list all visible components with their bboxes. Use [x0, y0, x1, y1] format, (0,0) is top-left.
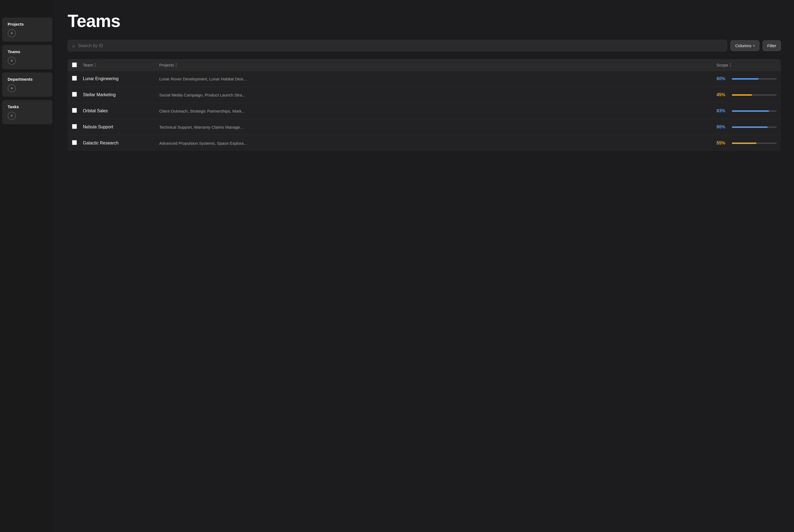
sidebar-add-projects-button[interactable]: + [7, 29, 16, 37]
cell-team-name: Nebula Support [83, 125, 159, 130]
scope-bar-bg [732, 94, 777, 96]
table-row[interactable]: Lunar Engineering Lunar Rover Developmen… [68, 71, 781, 87]
row-checkbox-1[interactable] [72, 76, 77, 81]
filter-label: Filter [767, 43, 776, 48]
scope-sort-icons[interactable]: ▴ ▾ [730, 63, 731, 67]
sidebar-add-teams-button[interactable]: + [7, 57, 16, 65]
scope-bar-fill [732, 78, 759, 80]
search-input[interactable] [78, 43, 723, 48]
table-row[interactable]: Nebula Support Technical Support, Warran… [68, 119, 781, 135]
sidebar: Projects + Teams + Departments + Tasks + [0, 0, 55, 532]
row-checkbox-2[interactable] [72, 92, 77, 97]
scope-percent: 80% [717, 125, 728, 130]
scope-bar-bg [732, 127, 777, 128]
header-checkbox-cell [72, 62, 83, 67]
main-content: Teams ⌕ Columns ▾ Filter Team ▴ ▾ [55, 0, 794, 532]
search-icon: ⌕ [72, 43, 75, 49]
scope-percent: 83% [717, 109, 728, 113]
sort-asc-icon: ▴ [176, 63, 177, 65]
scope-percent: 45% [717, 92, 728, 97]
scope-bar-fill [732, 110, 769, 112]
cell-projects: Lunar Rover Development, Lunar Habitat D… [159, 77, 717, 81]
sidebar-add-tasks-button[interactable]: + [7, 112, 16, 120]
columns-button[interactable]: Columns ▾ [731, 40, 759, 51]
table-header: Team ▴ ▾ Projects ▴ ▾ Scope ▴ ▾ [68, 59, 781, 71]
cell-team-name: Galactic Research [83, 140, 159, 146]
scope-percent: 55% [717, 140, 728, 146]
table-row[interactable]: Orbital Sales Client Outreach, Strategic… [68, 103, 781, 119]
cell-projects: Technical Support, Warranty Claims Manag… [159, 125, 717, 130]
projects-sort-icons[interactable]: ▴ ▾ [176, 63, 177, 67]
cell-projects: Social Media Campaign, Product Launch St… [159, 93, 717, 97]
sidebar-section-label-teams: Teams [7, 49, 47, 54]
th-projects[interactable]: Projects ▴ ▾ [159, 63, 717, 67]
sidebar-section-departments[interactable]: Departments + [2, 73, 52, 97]
row-checkbox-3[interactable] [72, 108, 77, 113]
row-checkbox-cell [72, 76, 83, 82]
sidebar-section-label-departments: Departments [7, 77, 47, 81]
team-sort-icons[interactable]: ▴ ▾ [95, 63, 96, 67]
sort-desc-icon: ▾ [176, 65, 177, 67]
sidebar-section-label-tasks: Tasks [7, 104, 47, 109]
scope-bar-fill [732, 94, 752, 96]
sort-asc-icon: ▴ [95, 63, 96, 65]
cell-team-name: Stellar Marketing [83, 92, 159, 97]
sidebar-section-tasks[interactable]: Tasks + [2, 100, 52, 124]
select-all-checkbox[interactable] [72, 62, 77, 67]
th-scope[interactable]: Scope ▴ ▾ [717, 63, 777, 67]
scope-percent: 60% [717, 76, 728, 81]
cell-scope: 60% [717, 76, 777, 81]
scope-bar-bg [732, 110, 777, 112]
cell-scope: 83% [717, 109, 777, 113]
toolbar: ⌕ Columns ▾ Filter [68, 40, 781, 52]
sort-asc-icon: ▴ [730, 63, 731, 65]
scope-bar-fill [732, 142, 756, 144]
sort-desc-icon: ▾ [730, 65, 731, 67]
row-checkbox-cell [72, 108, 83, 114]
columns-label: Columns [735, 43, 751, 48]
page-title: Teams [68, 11, 781, 31]
cell-scope: 80% [717, 125, 777, 130]
sidebar-section-teams[interactable]: Teams + [2, 45, 52, 69]
cell-scope: 45% [717, 92, 777, 97]
row-checkbox-cell [72, 124, 83, 130]
search-box[interactable]: ⌕ [68, 40, 727, 52]
chevron-down-icon: ▾ [753, 44, 755, 48]
sidebar-add-departments-button[interactable]: + [7, 84, 16, 92]
scope-bar-fill [732, 127, 768, 128]
cell-projects: Advanced Propulsion Systems, Space Explo… [159, 141, 717, 146]
cell-team-name: Lunar Engineering [83, 76, 159, 81]
row-checkbox-5[interactable] [72, 140, 77, 145]
cell-projects: Client Outreach, Strategic Partnerships,… [159, 109, 717, 113]
scope-bar-bg [732, 78, 777, 80]
table-row[interactable]: Galactic Research Advanced Propulsion Sy… [68, 135, 781, 151]
cell-team-name: Orbital Sales [83, 109, 159, 113]
teams-table: Team ▴ ▾ Projects ▴ ▾ Scope ▴ ▾ [68, 59, 781, 151]
table-body: Lunar Engineering Lunar Rover Developmen… [68, 71, 781, 151]
row-checkbox-4[interactable] [72, 124, 77, 129]
th-team[interactable]: Team ▴ ▾ [83, 63, 159, 67]
row-checkbox-cell [72, 92, 83, 98]
row-checkbox-cell [72, 140, 83, 146]
scope-bar-bg [732, 142, 777, 144]
cell-scope: 55% [717, 140, 777, 146]
sort-desc-icon: ▾ [95, 65, 96, 67]
table-row[interactable]: Stellar Marketing Social Media Campaign,… [68, 87, 781, 103]
sidebar-section-projects[interactable]: Projects + [2, 17, 52, 42]
filter-button[interactable]: Filter [763, 40, 781, 51]
sidebar-section-label-projects: Projects [7, 22, 47, 26]
